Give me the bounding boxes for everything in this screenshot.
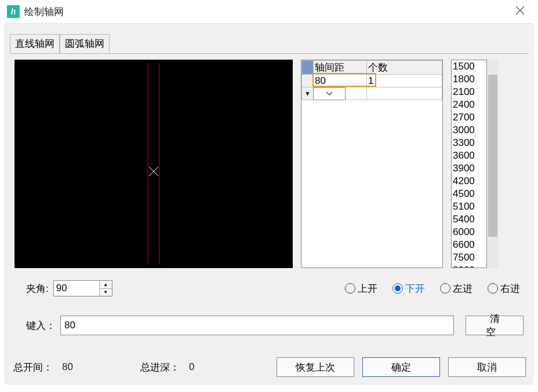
radio-left[interactable]: 左进 xyxy=(440,282,472,295)
preset-item[interactable]: 4200 xyxy=(452,175,486,188)
input-label: 键入： xyxy=(26,319,56,332)
key-input[interactable] xyxy=(61,316,453,335)
total-depth-label: 总进深： xyxy=(140,361,180,374)
tab-divider xyxy=(10,53,528,54)
row-header-new[interactable]: ▼ xyxy=(302,87,314,100)
svg-rect-2 xyxy=(14,60,293,268)
clear-button[interactable]: 清空 xyxy=(466,316,524,335)
angle-spin-up[interactable]: ▲ xyxy=(100,281,112,289)
ok-button[interactable]: 确定 xyxy=(362,357,440,377)
preset-item[interactable]: 3300 xyxy=(452,137,486,149)
radio-down[interactable]: 下开 xyxy=(392,282,425,295)
angle-spinner: ▲ ▼ xyxy=(99,281,112,296)
preview-canvas xyxy=(14,60,293,268)
col-header-spacing[interactable]: 轴间距 xyxy=(314,61,367,75)
preset-item[interactable]: 3000 xyxy=(452,124,486,137)
preset-item[interactable]: 1500 xyxy=(452,60,486,73)
preset-item[interactable]: 7500 xyxy=(452,251,486,264)
angle-input[interactable] xyxy=(54,281,99,296)
spacing-grid[interactable]: 轴间距 个数 80 1 ▼ xyxy=(301,60,443,268)
radio-up-label: 上开 xyxy=(358,282,377,295)
grid-corner-cell[interactable] xyxy=(302,61,314,75)
angle-spin-down[interactable]: ▼ xyxy=(100,289,112,296)
cell-count-new[interactable] xyxy=(367,87,442,100)
close-icon xyxy=(515,5,525,16)
scrollbar-thumb[interactable] xyxy=(488,75,497,237)
row-header[interactable] xyxy=(302,75,314,87)
cancel-button[interactable]: 取消 xyxy=(448,357,526,377)
upper-row: 轴间距 个数 80 1 ▼ xyxy=(10,54,528,267)
cell-dropdown[interactable] xyxy=(313,87,346,100)
radio-right[interactable]: 右进 xyxy=(488,282,520,295)
preset-scrollbar[interactable] xyxy=(487,60,499,268)
direction-radios: 上开 下开 左进 右进 xyxy=(345,282,528,295)
key-input-field xyxy=(60,316,454,335)
preset-item[interactable]: 8000 xyxy=(452,264,486,268)
footer-row: 总开间： 80 总进深： 0 恢复上次 确定 取消 xyxy=(10,356,528,378)
grid-preview[interactable] xyxy=(14,60,293,268)
col-header-count[interactable]: 个数 xyxy=(367,61,442,75)
cell-count[interactable]: 1 xyxy=(367,75,442,87)
tab-arc-grid[interactable]: 圆弧轴网 xyxy=(60,34,110,53)
angle-label: 夹角: xyxy=(26,282,49,295)
preset-item[interactable]: 6600 xyxy=(452,239,486,251)
tab-bar: 直线轴网 圆弧轴网 xyxy=(5,24,533,53)
preset-item[interactable]: 3600 xyxy=(452,149,486,162)
total-span-label: 总开间： xyxy=(13,361,53,374)
chevron-down-icon xyxy=(326,91,333,96)
active-cell-highlight xyxy=(312,73,376,87)
preset-panel: 1500180021002400270030003300360039004200… xyxy=(451,60,503,268)
tab-content: 轴间距 个数 80 1 ▼ xyxy=(10,54,528,379)
app-icon: h xyxy=(7,5,20,18)
tab-linear-grid[interactable]: 直线轴网 xyxy=(10,34,60,53)
close-button[interactable] xyxy=(509,3,531,20)
preset-list[interactable]: 1500180021002400270030003300360039004200… xyxy=(451,60,487,268)
window-title: 绘制轴网 xyxy=(24,5,64,19)
angle-field: ▲ ▼ xyxy=(53,280,112,296)
radio-up[interactable]: 上开 xyxy=(345,282,377,295)
input-row: 键入： 清空 xyxy=(10,314,528,336)
total-span-value: 80 xyxy=(62,361,73,373)
preset-item[interactable]: 6000 xyxy=(452,226,486,239)
dialog-window: h 绘制轴网 直线轴网 圆弧轴网 xyxy=(0,0,538,392)
preset-item[interactable]: 5100 xyxy=(452,200,486,213)
radio-left-label: 左进 xyxy=(453,282,472,295)
restore-button[interactable]: 恢复上次 xyxy=(277,357,354,377)
dialog-body: 直线轴网 圆弧轴网 xyxy=(5,23,533,384)
preset-item[interactable]: 2400 xyxy=(452,98,486,111)
titlebar: h 绘制轴网 xyxy=(0,0,538,23)
preset-item[interactable]: 2100 xyxy=(452,86,486,98)
radio-down-label: 下开 xyxy=(405,282,425,295)
preset-item[interactable]: 4500 xyxy=(452,188,486,200)
preset-item[interactable]: 5400 xyxy=(452,213,486,226)
preset-item[interactable]: 2700 xyxy=(452,111,486,124)
angle-row: 夹角: ▲ ▼ 上开 下开 xyxy=(10,279,528,298)
radio-right-label: 右进 xyxy=(500,282,520,295)
total-depth-value: 0 xyxy=(189,361,194,373)
preset-item[interactable]: 1800 xyxy=(452,73,486,86)
preset-item[interactable]: 3900 xyxy=(452,162,486,175)
